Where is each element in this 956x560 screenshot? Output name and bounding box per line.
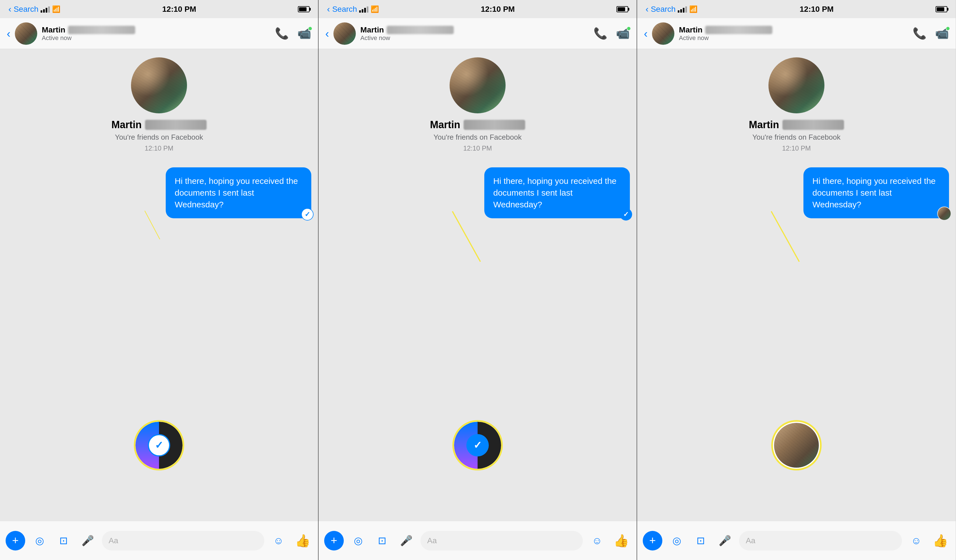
profile-name-2: Martin [430,119,525,131]
input-placeholder-1: Aa [108,536,118,545]
contact-status-2: Active now [360,35,589,42]
back-arrow-status-1: ‹ [8,4,11,14]
status-right-3 [936,6,947,12]
search-label-3[interactable]: Search [651,5,676,14]
contact-name-2: Martin [360,25,384,35]
contact-lastname-blur-1 [68,26,135,34]
contact-lastname-blur-3 [705,26,772,34]
input-placeholder-3: Aa [746,536,755,545]
video-icon-wrap-2: 📹 [616,27,630,40]
camera-button-3[interactable]: ◎ [667,531,686,551]
zoom-circle-2: ✓ [452,420,503,471]
timestamp-3: 12:10 PM [782,144,811,152]
profile-avatar-1 [131,57,187,113]
message-text-3: Hi there, hoping you received the docume… [812,176,936,209]
emoji-button-2[interactable]: ☺ [587,531,607,551]
green-dot-3 [946,26,950,31]
contact-name-1: Martin [42,25,65,35]
bottom-toolbar-2: + ◎ ⊡ 🎤 Aa ☺ 👍 [319,521,637,560]
camera-button-2[interactable]: ◎ [348,531,368,551]
chat-area-3: Martin You're friends on Facebook 12:10 … [637,49,956,521]
profile-lastname-blur-2 [464,120,525,130]
seen-avatar-zoom-3 [774,423,819,467]
bottom-toolbar-3: + ◎ ⊡ 🎤 Aa ☺ 👍 [637,521,956,560]
status-bar-1: ‹ Search 📶 12:10 PM [0,0,318,18]
seen-avatar-3 [937,207,951,221]
chat-area-1: Martin You're friends on Facebook 12:10 … [0,49,318,521]
green-dot-1 [308,26,313,31]
contact-info-1: Martin Active now [42,25,270,42]
signal-bars-1 [41,6,50,13]
check-icon-1: ✓ [305,210,310,219]
back-arrow-status-2: ‹ [327,4,330,14]
like-button-3[interactable]: 👍 [931,531,950,551]
status-bar-2: ‹ Search 📶 12:10 PM [319,0,637,18]
profile-name-3: Martin [749,119,844,131]
messenger-header-2: ‹ Martin Active now 📞 📹 [319,18,637,49]
timestamp-2: 12:10 PM [463,144,492,152]
phone-icon-3[interactable]: 📞 [913,27,927,40]
mic-button-3[interactable]: 🎤 [715,531,734,551]
zoom-circle-3 [771,420,822,471]
chat-messages-2: Hi there, hoping you received the docume… [325,167,630,221]
header-actions-2: 📞 📹 [593,27,630,40]
header-actions-1: 📞 📹 [275,27,311,40]
wifi-icon-1: 📶 [52,5,60,13]
phone-icon-1[interactable]: 📞 [275,27,289,40]
video-icon-wrap-1: 📹 [297,27,311,40]
contact-status-1: Active now [42,35,270,42]
emoji-button-1[interactable]: ☺ [269,531,288,551]
status-left-2: ‹ Search 📶 [327,4,379,14]
time-3: 12:10 PM [800,5,833,14]
profile-avatar-3 [769,57,824,113]
battery-icon-1 [298,6,310,12]
mic-button-1[interactable]: 🎤 [78,531,97,551]
like-button-2[interactable]: 👍 [612,531,631,551]
profile-section-1: Martin You're friends on Facebook 12:10 … [112,57,207,159]
plus-button-1[interactable]: + [6,531,25,551]
contact-status-3: Active now [679,35,908,42]
mic-button-2[interactable]: 🎤 [396,531,416,551]
signal-bars-3 [678,6,687,13]
contact-info-2: Martin Active now [360,25,589,42]
input-placeholder-2: Aa [427,536,437,545]
phone-panel-2: ‹ Search 📶 12:10 PM ‹ Martin Active now … [319,0,637,560]
message-input-2[interactable]: Aa [420,531,583,551]
message-bubble-2: Hi there, hoping you received the docume… [484,167,630,218]
check-icon-2: ✓ [623,210,629,219]
plus-button-3[interactable]: + [643,531,662,551]
status-left-3: ‹ Search 📶 [646,4,698,14]
contact-name-3: Martin [679,25,702,35]
search-label-2[interactable]: Search [332,5,357,14]
search-label-1[interactable]: Search [14,5,39,14]
back-button-2[interactable]: ‹ [325,28,329,39]
signal-bars-2 [359,6,368,13]
phone-icon-2[interactable]: 📞 [593,27,607,40]
contact-info-3: Martin Active now [679,25,908,42]
back-button-3[interactable]: ‹ [644,28,648,39]
contact-avatar-small-3 [652,22,675,45]
profile-subtitle-2: You're friends on Facebook [434,133,522,141]
profile-avatar-2 [450,57,506,113]
message-input-3[interactable]: Aa [739,531,902,551]
bubble-check-2: ✓ [620,208,632,221]
photo-button-2[interactable]: ⊡ [372,531,392,551]
like-button-1[interactable]: 👍 [293,531,313,551]
contact-lastname-blur-2 [387,26,454,34]
plus-button-2[interactable]: + [324,531,344,551]
zoom-check-icon-1: ✓ [155,439,163,451]
message-input-1[interactable]: Aa [102,531,264,551]
battery-icon-3 [936,6,947,12]
back-button-1[interactable]: ‹ [7,28,10,39]
chat-area-2: Martin You're friends on Facebook 12:10 … [319,49,637,521]
photo-button-1[interactable]: ⊡ [54,531,73,551]
photo-button-3[interactable]: ⊡ [691,531,711,551]
messenger-header-1: ‹ Martin Active now 📞 📹 [0,18,318,49]
profile-section-2: Martin You're friends on Facebook 12:10 … [430,57,525,159]
emoji-button-3[interactable]: ☺ [906,531,926,551]
chat-messages-3: Hi there, hoping you received the docume… [644,167,949,221]
camera-button-1[interactable]: ◎ [30,531,49,551]
profile-section-3: Martin You're friends on Facebook 12:10 … [749,57,844,159]
status-left-1: ‹ Search 📶 [8,4,60,14]
message-text-1: Hi there, hoping you received the docume… [175,176,298,209]
